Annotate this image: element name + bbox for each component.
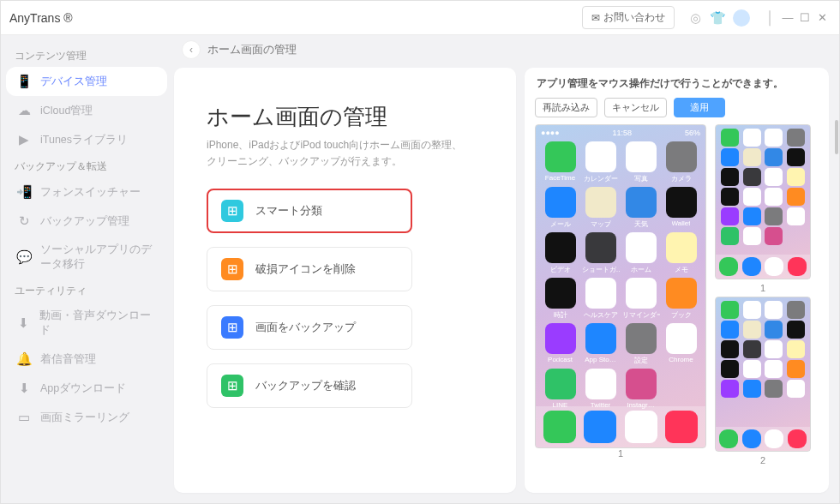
- app-icon[interactable]: [741, 380, 763, 398]
- app-icon[interactable]: メモ: [662, 232, 700, 274]
- sidebar-item[interactable]: ⬇動画・音声ダウンロード: [6, 302, 167, 345]
- phone-preview-small-1[interactable]: [715, 124, 811, 279]
- back-button[interactable]: ‹: [182, 40, 201, 59]
- app-icon[interactable]: [741, 148, 763, 166]
- app-icon[interactable]: 時計: [541, 278, 579, 320]
- app-icon[interactable]: カメラ: [662, 141, 700, 183]
- app-icon[interactable]: [719, 360, 741, 378]
- contact-button[interactable]: ✉ お問い合わせ: [582, 6, 675, 29]
- app-icon[interactable]: [785, 340, 807, 358]
- close-button[interactable]: ✕: [813, 9, 831, 27]
- app-icon[interactable]: [764, 301, 785, 319]
- app-icon[interactable]: [719, 188, 741, 206]
- app-icon[interactable]: ショートガ…: [581, 232, 620, 274]
- app-icon[interactable]: [785, 321, 807, 339]
- app-icon[interactable]: [785, 168, 807, 186]
- app-icon[interactable]: [741, 227, 763, 245]
- cancel-button[interactable]: キャンセル: [604, 98, 667, 117]
- app-icon[interactable]: Twitter: [581, 369, 620, 409]
- dock-app-icon[interactable]: [765, 257, 783, 276]
- app-icon[interactable]: [785, 360, 807, 378]
- app-icon[interactable]: [719, 207, 741, 225]
- app-icon[interactable]: [764, 360, 785, 378]
- dock-app-icon[interactable]: [625, 411, 657, 443]
- app-icon[interactable]: メール: [541, 187, 579, 229]
- app-icon[interactable]: カレンダー: [581, 141, 620, 183]
- app-icon[interactable]: [719, 129, 741, 147]
- app-icon[interactable]: [741, 207, 763, 225]
- app-icon[interactable]: [741, 340, 763, 358]
- app-icon[interactable]: [741, 168, 763, 186]
- app-icon[interactable]: [764, 168, 785, 186]
- dock-app-icon[interactable]: [719, 429, 738, 448]
- dock-app-icon[interactable]: [788, 257, 807, 276]
- minimize-button[interactable]: —: [779, 9, 796, 27]
- app-icon[interactable]: 写真: [621, 141, 660, 183]
- app-icon[interactable]: 設定: [621, 323, 660, 365]
- dock-app-icon[interactable]: [719, 257, 738, 276]
- dock-app-icon[interactable]: [742, 257, 761, 276]
- sidebar-item[interactable]: 📱デバイス管理: [6, 67, 167, 96]
- option-バックアップを確認[interactable]: ⊞バックアップを確認: [207, 363, 412, 408]
- app-icon[interactable]: [719, 301, 741, 319]
- app-icon[interactable]: FaceTime: [541, 141, 579, 183]
- app-icon[interactable]: [785, 380, 807, 398]
- sidebar-item[interactable]: 📲フォンスイッチャー: [6, 177, 167, 207]
- maximize-button[interactable]: ☐: [796, 9, 813, 27]
- app-icon[interactable]: マップ: [581, 187, 620, 229]
- app-icon[interactable]: [741, 129, 763, 147]
- app-icon[interactable]: [764, 148, 785, 166]
- dock-app-icon[interactable]: [742, 429, 761, 448]
- apply-button[interactable]: 適用: [674, 98, 725, 117]
- app-icon[interactable]: [719, 380, 741, 398]
- app-icon[interactable]: [764, 321, 785, 339]
- sidebar-item[interactable]: ⬇Appダウンロード: [6, 374, 167, 403]
- sidebar-item[interactable]: ▭画面ミラーリング: [6, 403, 167, 432]
- scrollbar[interactable]: [835, 120, 838, 154]
- dock-app-icon[interactable]: [788, 429, 807, 448]
- option-スマート分類[interactable]: ⊞スマート分類: [207, 189, 412, 233]
- app-icon[interactable]: ビデオ: [541, 232, 579, 274]
- app-icon[interactable]: [785, 188, 807, 206]
- dock-app-icon[interactable]: [665, 411, 698, 443]
- app-icon[interactable]: [764, 340, 785, 358]
- phone-preview-large[interactable]: ●●●●11:5856% FaceTimeカレンダー写真カメラメールマップ天気W…: [535, 124, 706, 448]
- dock-app-icon[interactable]: [543, 411, 576, 443]
- app-icon[interactable]: Wallet: [662, 187, 700, 229]
- app-icon[interactable]: Instagr…: [621, 369, 660, 409]
- app-icon[interactable]: [741, 321, 763, 339]
- avatar[interactable]: [733, 9, 750, 27]
- bell-icon[interactable]: ◎: [687, 9, 704, 27]
- option-画面をバックアップ[interactable]: ⊞画面をバックアップ: [207, 305, 412, 350]
- app-icon[interactable]: [764, 227, 785, 245]
- sidebar-item[interactable]: ▶iTunesライブラリ: [6, 125, 167, 154]
- dock-app-icon[interactable]: [584, 411, 616, 443]
- app-icon[interactable]: Podcast: [541, 323, 579, 365]
- shirt-icon[interactable]: 👕: [709, 9, 726, 27]
- reload-button[interactable]: 再読み込み: [535, 98, 597, 117]
- app-icon[interactable]: ブック: [662, 278, 700, 320]
- app-icon[interactable]: [764, 207, 785, 225]
- sidebar-item[interactable]: ☁iCloud管理: [6, 96, 167, 125]
- app-icon[interactable]: [741, 301, 763, 319]
- app-icon[interactable]: ホーム: [621, 232, 660, 274]
- app-icon[interactable]: [719, 340, 741, 358]
- app-icon[interactable]: [764, 129, 785, 147]
- app-icon[interactable]: Chrome: [662, 323, 700, 365]
- app-icon[interactable]: [785, 148, 807, 166]
- app-icon[interactable]: ヘルスケア: [581, 278, 620, 320]
- app-icon[interactable]: [764, 380, 785, 398]
- option-破損アイコンを削除[interactable]: ⊞破損アイコンを削除: [207, 247, 412, 291]
- app-icon[interactable]: リマインダー: [621, 278, 660, 320]
- app-icon[interactable]: [719, 148, 741, 166]
- app-icon[interactable]: [741, 188, 763, 206]
- app-icon[interactable]: 天気: [621, 187, 660, 229]
- app-icon[interactable]: [741, 360, 763, 378]
- sidebar-item[interactable]: 🔔着信音管理: [6, 345, 167, 374]
- app-icon[interactable]: App Sto…: [581, 323, 620, 365]
- app-icon[interactable]: [785, 301, 807, 319]
- app-icon[interactable]: [719, 227, 741, 245]
- sidebar-item[interactable]: ↻バックアップ管理: [6, 207, 167, 236]
- app-icon[interactable]: LINE: [541, 369, 579, 409]
- app-icon[interactable]: [785, 207, 807, 225]
